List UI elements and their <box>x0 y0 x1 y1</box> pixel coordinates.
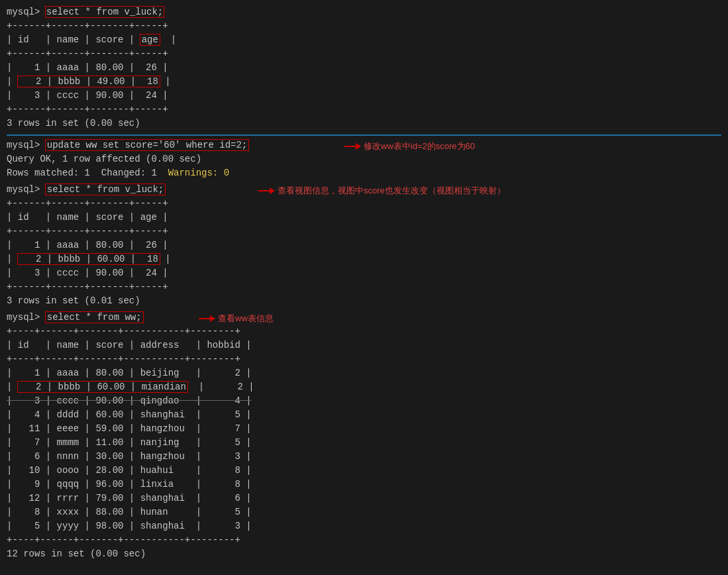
blue-separator <box>7 134 721 136</box>
table-border-3: +------+------+-------+-----+ <box>7 103 721 117</box>
table-row-4-2: | 2 | bbbb | 60.00 | miandian | 2 | <box>7 380 721 394</box>
section-2: mysql> update ww set score='60' where id… <box>7 138 721 183</box>
table-header-4: | id | name | score | address | hobbid | <box>7 339 721 352</box>
annotation-view: 查看视图信息，视图中score也发生改变（视图相当于映射） <box>258 184 505 197</box>
table-border-2: +------+------+-------+-----+ <box>7 47 721 61</box>
table-row-4-12: | 5 | yyyy | 98.00 | shanghai | 3 | <box>7 519 721 533</box>
prompt-line-1: mysql> select * from v_luck; <box>7 5 721 19</box>
table-row-4-4: | 4 | dddd | 60.00 | shanghai | 5 | <box>7 408 721 422</box>
table-row-4-3: | 3 | cccc | 90.00 | qingdao | 4 | <box>7 394 721 408</box>
section-1: mysql> select * from v_luck; +------+---… <box>7 5 721 132</box>
table-border-5: +------+------+-------+-----+ <box>7 225 721 238</box>
table-border-9: +----+------+-------+-----------+-------… <box>7 533 721 547</box>
table-header-2: | id | name | score | age | <box>7 211 721 225</box>
annotation-ww: 查看ww表信息 <box>199 312 274 325</box>
annotation-update: 修改ww表中id=2的score为60 <box>344 140 475 153</box>
ok-line-1: Query OK, 1 row affected (0.00 sec) <box>7 152 721 166</box>
table-row-4-7: | 6 | nnnn | 30.00 | hangzhou | 3 | <box>7 450 721 464</box>
table-row-3-1: | 1 | aaaa | 80.00 | 26 | <box>7 238 721 252</box>
table-row-1-1: | 1 | aaaa | 80.00 | 26 | <box>7 61 721 75</box>
rows-footer-4: 12 rows in set (0.00 sec) <box>7 547 721 561</box>
table-row-4-10: | 12 | rrrr | 79.00 | shanghai | 6 | <box>7 492 721 505</box>
table-row-4-8: | 10 | oooo | 28.00 | huahui | 8 | <box>7 464 721 478</box>
table-row-1-2: | 2 | bbbb | 49.00 | 18 | <box>7 75 721 89</box>
table-row-3-2: | 2 | bbbb | 60.00 | 18 | <box>7 252 721 266</box>
table-row-3-3: | 3 | cccc | 90.00 | 24 | <box>7 266 721 280</box>
section-4: mysql> select * from ww; 查看ww表信息 +----+-… <box>7 311 721 561</box>
ok-line-2: Rows matched: 1 Changed: 1 Warnings: 0 <box>7 166 721 180</box>
table-border-8: +----+------+-------+-----------+-------… <box>7 352 721 366</box>
table-row-4-5: | 11 | eeee | 59.00 | hangzhou | 7 | <box>7 422 721 436</box>
terminal: mysql> select * from v_luck; +------+---… <box>0 0 728 566</box>
table-border-4: +------+------+-------+-----+ <box>7 197 721 211</box>
table-border-6: +------+------+-------+-----+ <box>7 280 721 294</box>
table-row-4-9: | 9 | qqqq | 96.00 | linxia | 8 | <box>7 478 721 492</box>
rows-footer-1: 3 rows in set (0.00 sec) <box>7 117 721 131</box>
section-3: mysql> select * from v_luck; 查看视图信息，视图中s… <box>7 183 721 311</box>
table-row-4-11: | 8 | xxxx | 88.00 | hunan | 5 | <box>7 505 721 519</box>
rows-footer-3: 3 rows in set (0.01 sec) <box>7 294 721 308</box>
table-row-1-3: | 3 | cccc | 90.00 | 24 | <box>7 89 721 103</box>
prompt-line-4: mysql> select * from ww; <box>7 311 721 325</box>
table-header-1: | id | name | score | age | <box>7 33 721 47</box>
table-border-7: +----+------+-------+-----------+-------… <box>7 325 721 339</box>
table-row-4-6: | 7 | mmmm | 11.00 | nanjing | 5 | <box>7 436 721 450</box>
table-row-4-1: | 1 | aaaa | 80.00 | beijing | 2 | <box>7 366 721 380</box>
table-border-1: +------+------+-------+-----+ <box>7 19 721 33</box>
